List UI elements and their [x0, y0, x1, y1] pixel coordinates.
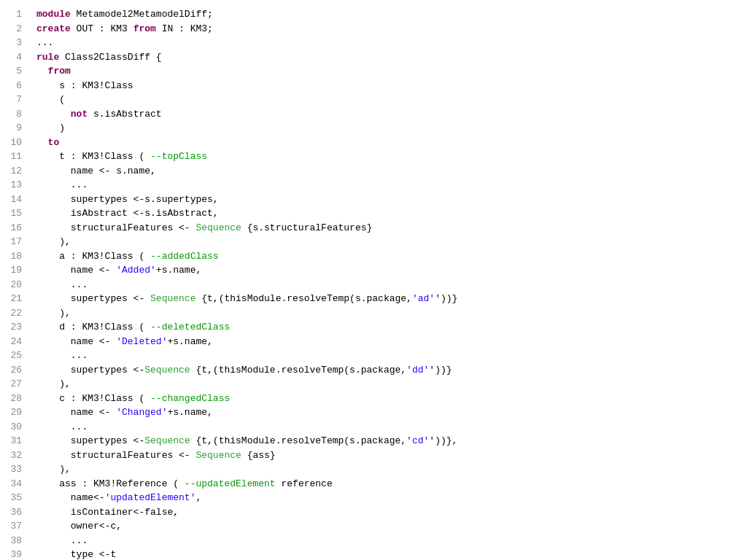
code-line: ),: [36, 306, 747, 321]
code-line: ...: [36, 349, 747, 363]
line-number: 7: [4, 93, 22, 107]
line-number: 32: [4, 448, 22, 463]
code-line: structuralFeatures <- Sequence {s.struct…: [36, 221, 747, 236]
code-line: d : KM3!Class ( --deletedClass: [36, 320, 747, 335]
line-number: 35: [4, 491, 22, 505]
code-line: name <- 'Added'+s.name,: [36, 263, 747, 278]
line-number: 39: [4, 548, 22, 560]
line-number: 30: [4, 420, 22, 435]
code-line: supertypes <-s.supertypes,: [36, 192, 747, 207]
code-line: ass : KM3!Reference ( --updatedElement r…: [36, 477, 747, 491]
line-number: 10: [4, 136, 22, 150]
line-number: 16: [4, 221, 22, 236]
line-number: 19: [4, 263, 22, 278]
code-line: supertypes <- Sequence {t,(thisModule.re…: [36, 292, 747, 306]
code-line: a : KM3!Class ( --addedClass: [36, 249, 747, 264]
line-numbers: 1234567891011121314151617181920212223242…: [0, 7, 29, 560]
line-number: 17: [4, 235, 22, 249]
line-number: 2: [4, 22, 22, 36]
code-line: name <- s.name,: [36, 164, 747, 179]
line-number: 12: [4, 164, 22, 179]
code-line: not s.isAbstract: [36, 107, 747, 122]
line-number: 31: [4, 434, 22, 448]
code-line: supertypes <-Sequence {t,(thisModule.res…: [36, 363, 747, 378]
code-line: name <- 'Changed'+s.name,: [36, 405, 747, 420]
code-line: ),: [36, 235, 747, 249]
code-line: ...: [36, 178, 747, 192]
line-number: 25: [4, 349, 22, 363]
line-number: 27: [4, 377, 22, 392]
line-number: 20: [4, 278, 22, 292]
code-line: isAbstract <-s.isAbstract,: [36, 206, 747, 221]
line-number: 33: [4, 462, 22, 477]
line-number: 24: [4, 335, 22, 349]
code-line: type <-t: [36, 548, 747, 560]
code-line: from: [36, 64, 747, 79]
code-line: ),: [36, 377, 747, 392]
line-number: 1: [4, 7, 22, 22]
line-number: 18: [4, 249, 22, 264]
code-line: isContainer<-false,: [36, 505, 747, 520]
code-container: 1234567891011121314151617181920212223242…: [0, 0, 747, 560]
code-line: owner<-c,: [36, 519, 747, 534]
line-number: 14: [4, 192, 22, 207]
code-line: ...: [36, 420, 747, 435]
line-number: 28: [4, 392, 22, 406]
code-line: rule Class2ClassDiff {: [36, 50, 747, 65]
line-number: 22: [4, 306, 22, 321]
code-line: structuralFeatures <- Sequence {ass}: [36, 448, 747, 463]
code-line: name <- 'Deleted'+s.name,: [36, 335, 747, 349]
line-number: 38: [4, 534, 22, 548]
code-line: c : KM3!Class ( --changedClass: [36, 392, 747, 406]
line-number: 11: [4, 149, 22, 164]
code-content: module Metamodel2MetamodelDiff;create OU…: [29, 7, 747, 560]
line-number: 36: [4, 505, 22, 520]
line-number: 21: [4, 292, 22, 306]
code-line: to: [36, 136, 747, 150]
line-number: 29: [4, 405, 22, 420]
code-line: ...: [36, 278, 747, 292]
line-number: 4: [4, 50, 22, 65]
line-number: 37: [4, 519, 22, 534]
line-number: 23: [4, 320, 22, 335]
code-line: (: [36, 93, 747, 107]
code-line: create OUT : KM3 from IN : KM3;: [36, 22, 747, 36]
line-number: 34: [4, 477, 22, 491]
code-line: ): [36, 121, 747, 136]
code-line: ...: [36, 534, 747, 548]
line-number: 3: [4, 36, 22, 50]
line-number: 6: [4, 79, 22, 93]
code-line: t : KM3!Class ( --topClass: [36, 149, 747, 164]
line-number: 9: [4, 121, 22, 136]
line-number: 5: [4, 64, 22, 79]
line-number: 26: [4, 363, 22, 378]
code-line: name<-'updatedElement',: [36, 491, 747, 505]
code-line: ),: [36, 462, 747, 477]
code-line: module Metamodel2MetamodelDiff;: [36, 7, 747, 22]
code-line: ...: [36, 36, 747, 50]
line-number: 8: [4, 107, 22, 122]
line-number: 15: [4, 206, 22, 221]
line-number: 13: [4, 178, 22, 192]
code-line: supertypes <-Sequence {t,(thisModule.res…: [36, 434, 747, 448]
code-line: s : KM3!Class: [36, 79, 747, 93]
